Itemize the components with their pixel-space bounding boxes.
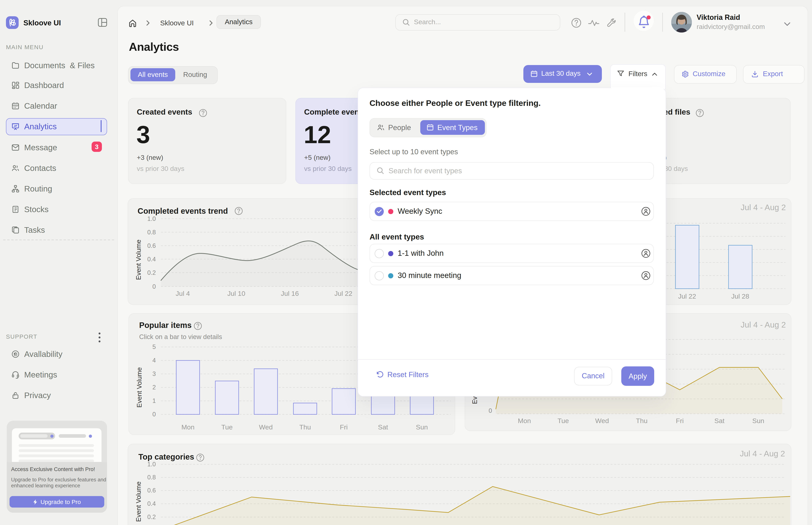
svg-text:Jul 22: Jul 22 (678, 292, 696, 300)
svg-text:Event Volume: Event Volume (135, 240, 142, 280)
svg-text:Wed: Wed (259, 423, 273, 431)
svg-text:Jul 4: Jul 4 (176, 290, 190, 297)
svg-text:Thu: Thu (299, 423, 311, 431)
svg-text:Jul 28: Jul 28 (731, 292, 749, 300)
svg-text:Jul 4 - Aug 2: Jul 4 - Aug 2 (741, 203, 786, 212)
svg-text:1.0: 1.0 (147, 215, 156, 222)
svg-text:Event Volume: Event Volume (136, 367, 143, 408)
svg-text:0.2: 0.2 (147, 269, 156, 276)
svg-text:0.4: 0.4 (147, 256, 156, 263)
svg-text:Wed: Wed (595, 417, 609, 424)
svg-text:3: 3 (152, 370, 156, 377)
svg-text:Mon: Mon (181, 423, 194, 431)
svg-text:0.8: 0.8 (147, 229, 156, 236)
svg-text:0: 0 (152, 283, 156, 290)
svg-text:Tue: Tue (221, 423, 232, 431)
svg-text:0.6: 0.6 (147, 242, 156, 249)
svg-text:1.0: 1.0 (147, 461, 156, 468)
svg-text:Sat: Sat (714, 417, 725, 424)
svg-text:0.2: 0.2 (147, 513, 156, 521)
svg-text:Jul 16: Jul 16 (281, 290, 299, 297)
svg-text:Sun: Sun (752, 417, 764, 424)
svg-text:Sun: Sun (416, 423, 428, 431)
svg-text:4: 4 (152, 357, 156, 364)
svg-text:Tue: Tue (557, 417, 569, 424)
svg-text:Fri: Fri (676, 417, 684, 424)
svg-text:Thu: Thu (636, 417, 648, 424)
svg-text:0.8: 0.8 (147, 474, 156, 481)
svg-text:0.4: 0.4 (147, 500, 156, 507)
svg-text:Event Volume: Event Volume (135, 481, 142, 522)
svg-text:Mon: Mon (518, 417, 531, 424)
svg-text:2: 2 (152, 384, 156, 391)
svg-text:Jul 22: Jul 22 (334, 290, 352, 297)
svg-text:0: 0 (489, 407, 492, 414)
svg-text:0: 0 (152, 411, 156, 418)
svg-text:1: 1 (152, 397, 156, 404)
svg-text:Jul 4 - Aug 2: Jul 4 - Aug 2 (741, 320, 786, 329)
svg-text:Jul 4 - Aug 2: Jul 4 - Aug 2 (740, 449, 785, 458)
svg-text:Jul 10: Jul 10 (227, 290, 245, 297)
svg-text:Sat: Sat (378, 423, 388, 431)
svg-text:5: 5 (152, 343, 156, 350)
svg-text:0.6: 0.6 (147, 487, 156, 494)
svg-text:Fri: Fri (340, 423, 348, 431)
